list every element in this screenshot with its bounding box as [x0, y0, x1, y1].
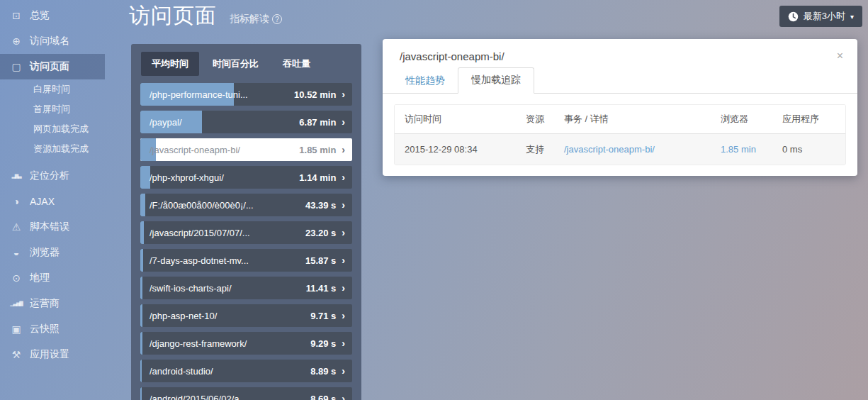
page-list-item[interactable]: /php-xhprof-xhgui/ 1.14 min ›: [140, 166, 352, 189]
page-list-items: /php-performance-tuni... 10.52 min › /pa…: [131, 83, 361, 400]
question-mark-icon: ?: [272, 14, 282, 24]
sidebar-item-label: 脚本错误: [30, 221, 69, 233]
page-item-path: /php-performance-tuni...: [140, 89, 294, 100]
browser-circle-icon: ◒: [9, 247, 24, 258]
chevron-right-icon: ›: [336, 283, 352, 293]
tab-performance-trend[interactable]: 性能趋势: [393, 69, 458, 94]
page-list-item[interactable]: /paypal/ 6.87 min ›: [140, 111, 352, 133]
page-item-path: /javascript/2015/07/07/...: [140, 228, 305, 238]
globe-icon: ⊕: [9, 35, 24, 47]
table-header-row: 访问时间 资源 事务 / 详情 浏览器 应用程序: [395, 105, 845, 134]
chevron-right-icon: ›: [336, 89, 352, 99]
chevron-right-icon: ›: [336, 255, 352, 265]
chevron-right-icon: ›: [336, 228, 352, 238]
window-icon: ▢: [9, 61, 24, 72]
page-list-item[interactable]: /javascript/2015/07/07/... 23.20 s ›: [140, 221, 352, 244]
page-item-path: /php-xhprof-xhgui/: [140, 172, 299, 183]
col-header-resource: 资源: [526, 113, 564, 126]
metric-help-label: 指标解读: [230, 13, 269, 26]
location-pin-icon: ⊙: [9, 272, 24, 284]
page-list-tabs: 平均时间 时间百分比 吞吐量: [131, 44, 361, 83]
sidebar-item-label: 总览: [30, 9, 50, 22]
page-item-path: /android-studio/: [140, 366, 310, 377]
chevron-down-icon: ▾: [850, 13, 854, 21]
page-item-path: /php-asp-net-10/: [140, 311, 310, 321]
sidebar-item-app-settings[interactable]: ⚒ 应用设置: [0, 342, 105, 367]
cell-browser-link[interactable]: 1.85 min: [721, 144, 782, 155]
sidebar-subitem-label: 白屏时间: [33, 83, 70, 96]
sidebar-item-browsers[interactable]: ◒ 浏览器: [0, 240, 105, 265]
page-list-item[interactable]: /android-studio/ 8.89 s ›: [140, 360, 352, 382]
page-header: 访问页面 指标解读 ?: [129, 1, 282, 30]
sidebar-item-geography[interactable]: ⊙ 地理: [0, 265, 105, 291]
tab-slow-load-trace[interactable]: 慢加载追踪: [458, 67, 534, 94]
page-item-path: /7-days-asp-dotnet-mv...: [140, 255, 305, 266]
sidebar-item-label: 应用设置: [30, 348, 69, 361]
page-list-item[interactable]: /swift-ios-charts-api/ 11.41 s ›: [140, 277, 352, 299]
sidebar: ⊡ 总览 ⊕ 访问域名 ▢ 访问页面 白屏时间 首屏时间 网页加载完成 资源加载…: [0, 0, 105, 400]
page-list-item[interactable]: /F:/å00æ00å00/è00è0¡/... 43.39 s ›: [140, 194, 352, 216]
sidebar-subitem-label: 资源加载完成: [33, 143, 89, 155]
page-item-value: 9.71 s: [310, 311, 336, 321]
sidebar-item-ajax[interactable]: ◑ AJAX: [0, 189, 105, 214]
col-header-visit-time: 访问时间: [405, 113, 526, 126]
detail-title: /javascript-oneapm-bi/: [400, 50, 505, 62]
page-item-value: 9.29 s: [310, 338, 336, 349]
monitor-icon: ⊡: [9, 10, 24, 21]
sidebar-subitem-white-screen-time[interactable]: 白屏时间: [0, 79, 105, 99]
page-list-item[interactable]: /javascript-oneapm-bi/ 1.85 min ›: [140, 138, 352, 161]
tab-time-percentage[interactable]: 时间百分比: [202, 52, 269, 76]
sidebar-item-pages[interactable]: ▢ 访问页面: [0, 54, 105, 79]
chevron-right-icon: ›: [336, 172, 352, 182]
sidebar-item-domains[interactable]: ⊕ 访问域名: [0, 28, 105, 54]
chevron-right-icon: ›: [336, 394, 352, 400]
close-icon[interactable]: ×: [834, 49, 846, 63]
detail-tabs: 性能趋势 慢加载追踪: [383, 67, 857, 94]
camera-icon: ▣: [9, 323, 24, 335]
chevron-right-icon: ›: [336, 311, 352, 321]
chevron-right-icon: ›: [336, 117, 352, 127]
sidebar-subitem-page-load-complete[interactable]: 网页加载完成: [0, 119, 105, 139]
tab-throughput[interactable]: 吞吐量: [272, 52, 321, 76]
cell-application: 0 ms: [782, 144, 845, 155]
page-list-item[interactable]: /7-days-asp-dotnet-mv... 15.87 s ›: [140, 249, 352, 272]
page-list-item[interactable]: /php-performance-tuni... 10.52 min ›: [140, 83, 352, 106]
clock-icon: [788, 11, 799, 22]
page-list-item[interactable]: /django-rest-framework/ 9.29 s ›: [140, 332, 352, 355]
page-list-panel: 平均时间 时间百分比 吞吐量 /php-performance-tuni... …: [131, 44, 361, 400]
page-item-path: /paypal/: [140, 117, 299, 128]
col-header-transaction: 事务 / 详情: [564, 113, 721, 126]
sidebar-subitem-resource-load-complete[interactable]: 资源加载完成: [0, 139, 105, 159]
chevron-right-icon: ›: [336, 200, 352, 210]
page-item-value: 11.41 s: [306, 283, 337, 294]
time-range-button[interactable]: 最新3小时 ▾: [779, 6, 862, 27]
sidebar-item-overview[interactable]: ⊡ 总览: [0, 3, 105, 28]
sidebar-item-script-errors[interactable]: ⚠ 脚本错误: [0, 214, 105, 240]
page-item-value: 10.52 min: [294, 89, 336, 100]
page-item-value: 1.85 min: [299, 145, 336, 155]
metric-help-link[interactable]: 指标解读 ?: [230, 13, 282, 26]
table-row: 2015-12-29 08:34 支持 /javascript-oneapm-b…: [395, 134, 845, 165]
sidebar-subitem-label: 网页加载完成: [33, 123, 89, 135]
sidebar-subitem-first-screen-time[interactable]: 首屏时间: [0, 99, 105, 119]
tab-average-time[interactable]: 平均时间: [141, 52, 199, 76]
time-range-label: 最新3小时: [804, 10, 845, 23]
page-title: 访问页面: [129, 1, 217, 30]
sidebar-item-label: 访问页面: [30, 60, 69, 73]
col-header-application: 应用程序: [782, 113, 845, 126]
sidebar-item-carriers[interactable]: ▁▃▅▇ 运营商: [0, 291, 105, 316]
sidebar-item-position-analysis[interactable]: ▂▆▃ 定位分析: [0, 163, 105, 189]
page-item-value: 6.87 min: [299, 117, 336, 128]
chevron-right-icon: ›: [336, 338, 352, 348]
sidebar-item-cloud-snapshot[interactable]: ▣ 云快照: [0, 316, 105, 342]
page-item-path: /django-rest-framework/: [140, 338, 310, 349]
page-item-path: /javascript-oneapm-bi/: [140, 145, 299, 155]
half-circle-icon: ◑: [9, 196, 24, 207]
page-list-item[interactable]: /android/2015/06/02/a... 8.69 s ›: [140, 387, 352, 400]
page-item-value: 43.39 s: [305, 200, 336, 211]
page-list-item[interactable]: /php-asp-net-10/ 9.71 s ›: [140, 304, 352, 327]
page-item-value: 1.14 min: [299, 172, 336, 183]
page-item-value: 8.89 s: [310, 366, 336, 377]
cell-transaction-link[interactable]: /javascript-oneapm-bi/: [564, 144, 721, 155]
page-item-path: /android/2015/06/02/a...: [140, 394, 310, 400]
